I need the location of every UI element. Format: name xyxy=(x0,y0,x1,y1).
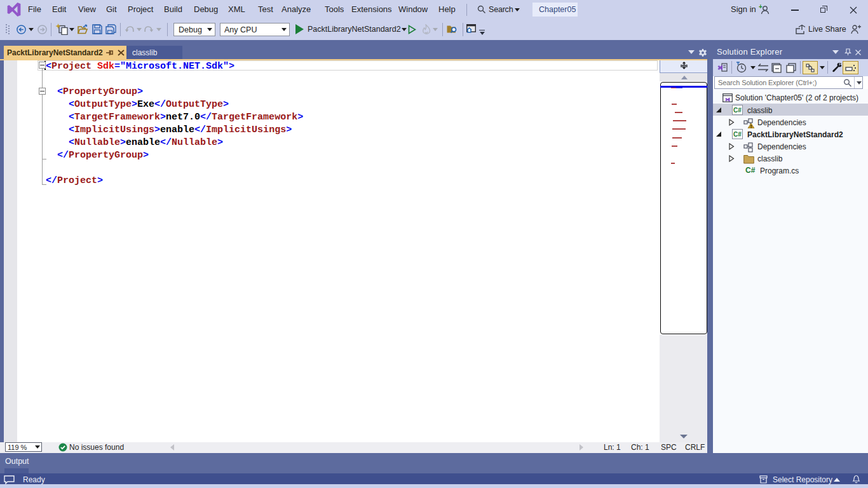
svg-text:+: + xyxy=(759,4,763,10)
